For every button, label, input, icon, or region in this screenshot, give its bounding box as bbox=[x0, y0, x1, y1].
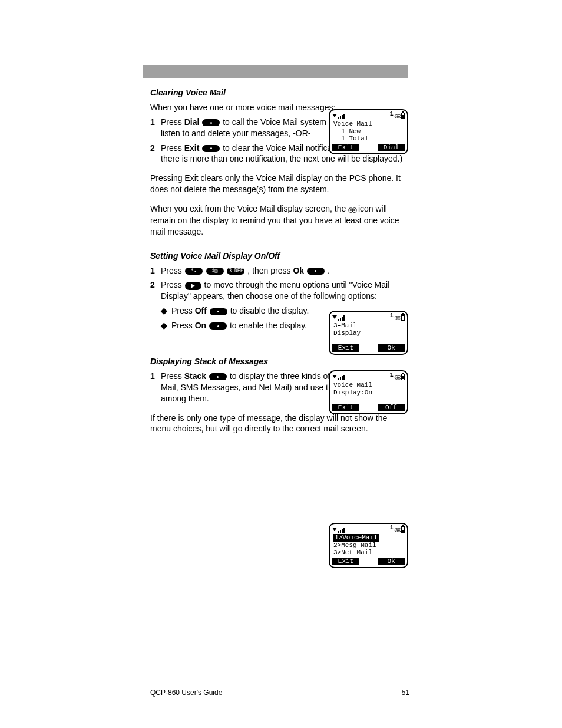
signal-icon bbox=[332, 528, 345, 533]
lcd-voice-mail: 1 ◎◎ Voice Mail 1 New 1 Total Exit Dial bbox=[329, 109, 408, 154]
voicemail-tape-icon: ◎◎ bbox=[395, 526, 400, 534]
lcd-softkey-exit[interactable]: Exit bbox=[332, 344, 359, 352]
voicemail-tape-icon: ◎◎ bbox=[348, 204, 356, 215]
3-key-icon: 3 DEF bbox=[227, 268, 244, 275]
lcd-softkey-exit[interactable]: Exit bbox=[332, 404, 359, 411]
softkey-icon bbox=[202, 119, 220, 126]
signal-icon bbox=[332, 375, 345, 380]
battery-icon bbox=[401, 526, 405, 533]
battery-icon bbox=[401, 113, 405, 119]
send-key-icon bbox=[185, 282, 201, 290]
page-footer: QCP-860 User's Guide 51 bbox=[150, 688, 409, 697]
lcd-softkey-ok[interactable]: Ok bbox=[378, 558, 405, 565]
section3-note: If there is only one type of message, th… bbox=[150, 413, 403, 435]
lcd-softkey-off[interactable]: Off bbox=[378, 404, 405, 411]
battery-icon bbox=[401, 314, 405, 321]
star-key-icon: *◂ bbox=[185, 268, 203, 275]
softkey-icon bbox=[209, 373, 227, 380]
lcd-softkey-ok[interactable]: Ok bbox=[378, 344, 405, 352]
section1-note2: When you exit from the Voice Mail displa… bbox=[150, 203, 403, 238]
signal-icon bbox=[332, 315, 345, 321]
section-stack-messages: Displaying Stack of Messages bbox=[150, 356, 403, 367]
softkey-icon bbox=[210, 308, 227, 315]
section1-note1: Pressing Exit clears only the Voice Mail… bbox=[150, 173, 403, 195]
lcd-softkey-exit[interactable]: Exit bbox=[332, 144, 359, 151]
section-clearing-voice-mail: Clearing Voice Mail bbox=[150, 87, 403, 98]
section-voice-mail-display: Setting Voice Mail Display On/Off bbox=[150, 251, 403, 262]
list-item[interactable]: 2>Mesg Mail bbox=[333, 542, 404, 549]
softkey-icon bbox=[307, 268, 325, 275]
footer-page-number: 51 bbox=[402, 688, 409, 697]
lcd-softkey-exit[interactable]: Exit bbox=[332, 558, 359, 565]
lcd-mail-display-menu: 1 ◎◎ 3=Mail Display Exit Ok bbox=[329, 311, 408, 355]
list-item[interactable]: 1>VoiceMail bbox=[333, 534, 379, 542]
signal-icon bbox=[332, 114, 345, 119]
s2-step-2: 2 Press to move through the menu options… bbox=[150, 279, 403, 302]
lcd-voice-mail-display-on: 1 ◎◎ Voice Mail Display:On Exit Off bbox=[329, 370, 408, 414]
battery-icon bbox=[401, 374, 405, 380]
section-header-bar bbox=[143, 65, 408, 78]
voicemail-tape-icon: ◎◎ bbox=[395, 374, 400, 381]
lcd-stack-menu: 1 ◎◎ 1>VoiceMail 2>Mesg Mail 3>Net Mail … bbox=[329, 523, 408, 568]
s2-step-1: 1 Press *◂ #▤ 3 DEF , then press Ok . bbox=[150, 265, 403, 276]
hash-key-icon: #▤ bbox=[206, 268, 224, 275]
list-item[interactable]: 3>Net Mail bbox=[333, 549, 404, 556]
lcd-softkey-dial[interactable]: Dial bbox=[378, 144, 405, 151]
voicemail-tape-icon: ◎◎ bbox=[395, 314, 400, 322]
softkey-icon bbox=[209, 322, 227, 330]
softkey-icon bbox=[202, 145, 220, 152]
manual-page: Clearing Voice Mail When you have one or… bbox=[0, 0, 562, 728]
voicemail-tape-icon: ◎◎ bbox=[395, 113, 400, 120]
footer-title: QCP-860 User's Guide bbox=[150, 688, 222, 697]
